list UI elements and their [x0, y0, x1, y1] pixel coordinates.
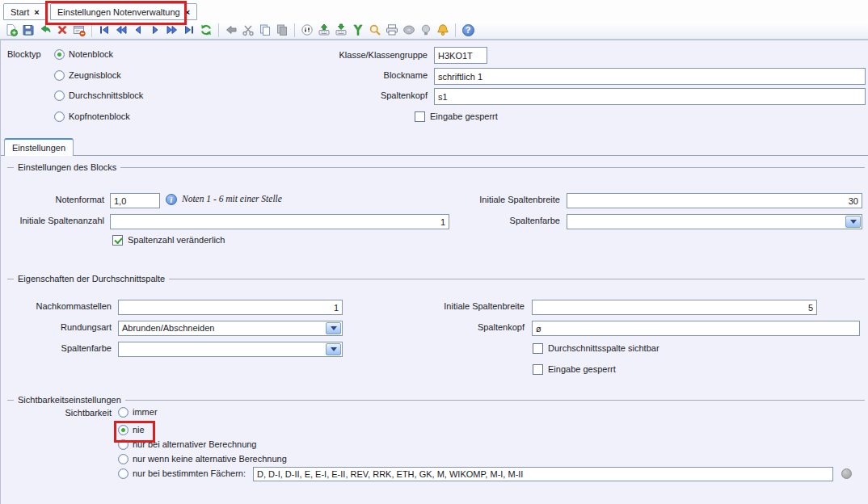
radio-immer[interactable] — [118, 407, 129, 418]
help-icon[interactable]: ? — [460, 22, 476, 38]
initiale-spaltenanzahl-label: Initiale Spaltenanzahl — [1, 216, 104, 225]
radio-kopfnotenblock[interactable] — [54, 111, 65, 122]
lightbulb-icon[interactable] — [418, 22, 434, 38]
nav-prev-icon[interactable] — [130, 22, 146, 38]
nachkommastellen-input[interactable] — [118, 300, 343, 315]
disc-icon[interactable] — [401, 22, 417, 38]
radio-nie-label[interactable]: nie — [133, 425, 145, 435]
radio-keine-alternative-berechnung[interactable] — [118, 454, 129, 464]
delete-icon[interactable] — [54, 22, 70, 38]
print-icon[interactable] — [384, 22, 400, 38]
blockname-input[interactable] — [434, 68, 866, 85]
radio-durchschnittsblock-label[interactable]: Durchschnittsblock — [69, 90, 143, 100]
initiale-spaltenbreite-label: Initiale Spaltenbreite — [437, 195, 560, 204]
radio-zeugnisblock[interactable] — [54, 70, 65, 81]
paste-icon[interactable] — [274, 22, 290, 38]
chevron-down-icon[interactable] — [326, 322, 341, 334]
radio-keine-alternative-berechnung-label[interactable]: nur wenn keine alternative Berechnung — [133, 454, 287, 464]
tab-settings[interactable]: Einstellungen — [4, 138, 74, 156]
new-record-icon[interactable] — [3, 22, 19, 38]
application-window: Start × Einstellungen Notenverwaltung × — [0, 0, 868, 504]
toolbar-separator — [455, 23, 456, 37]
nav-next-fast-icon[interactable] — [164, 22, 180, 38]
radio-durchschnittsblock[interactable] — [54, 90, 65, 101]
group-average-column-title: Eigenschaften der Durchschnittspalte — [18, 274, 165, 284]
nav-next-icon[interactable] — [147, 22, 163, 38]
durchschnittsspalte-sichtbar-checkbox[interactable] — [533, 343, 543, 354]
info-icon[interactable]: i — [166, 194, 177, 205]
arrow-back-icon[interactable] — [223, 22, 239, 38]
filter-icon[interactable] — [350, 22, 366, 38]
toolbar-separator — [91, 23, 92, 37]
radio-alternative-berechnung-label[interactable]: nur bei alternativer Berechnung — [133, 439, 256, 449]
spaltenkopf-input[interactable] — [434, 88, 866, 105]
initiale-spaltenanzahl-input[interactable] — [110, 214, 449, 229]
rundungsart-label: Rundungsart — [1, 322, 112, 332]
blockname-label: Blockname — [243, 70, 428, 80]
klasse-label: Klasse/Klassengruppe — [243, 50, 428, 60]
tab-einstellungen-notenverwaltung[interactable]: Einstellungen Notenverwaltung × — [50, 3, 197, 20]
search-icon[interactable] — [367, 22, 383, 38]
avg-spaltenkopf-input[interactable] — [532, 321, 860, 336]
refresh-icon[interactable] — [198, 22, 214, 38]
faecher-info-icon — [841, 468, 852, 479]
edit-form-icon[interactable] — [71, 22, 87, 38]
avg-eingabe-gesperrt-checkbox[interactable] — [533, 364, 543, 375]
durchschnittsspalte-sichtbar-label[interactable]: Durchschnittsspalte sichtbar — [548, 343, 659, 353]
notenformat-input[interactable] — [110, 193, 160, 208]
settings-tab-divider — [1, 155, 868, 156]
radio-bestimmte-faecher-label[interactable]: nur bei bestimmten Fächern: — [133, 468, 246, 478]
spaltenfarbe-combo[interactable] — [567, 214, 862, 229]
avg-spaltenfarbe-label: Spaltenfarbe — [1, 343, 112, 353]
radio-nie[interactable] — [118, 425, 129, 435]
chevron-down-icon[interactable] — [326, 343, 341, 355]
initiale-spaltenbreite-input[interactable] — [567, 193, 862, 208]
cut-icon[interactable] — [240, 22, 256, 38]
blocktyp-label: Blocktyp — [7, 49, 41, 59]
spaltenkopf-label: Spaltenkopf — [243, 90, 428, 100]
group-visibility: Sichtbarkeitseinstellungen — [7, 395, 865, 405]
keyboard-up-icon[interactable] — [316, 22, 332, 38]
klasse-input[interactable] — [434, 47, 487, 64]
nav-last-icon[interactable] — [181, 22, 197, 38]
copy-icon[interactable] — [257, 22, 273, 38]
group-block-settings: Einstellungen des Blocks — [7, 162, 865, 172]
radio-immer-label[interactable]: immer — [133, 407, 158, 417]
rundungsart-combo[interactable]: Abrunden/Abschneiden — [118, 321, 343, 336]
radio-kopfnotenblock-label[interactable]: Kopfnotenblock — [69, 111, 130, 121]
spaltenzahl-veraenderlich-label[interactable]: Spaltenzahl veränderlich — [128, 235, 225, 245]
keyboard-down-icon[interactable] — [333, 22, 349, 38]
sichtbarkeit-label: Sichtbarkeit — [1, 408, 112, 418]
avg-initiale-spaltenbreite-label: Initiale Spaltenbreite — [405, 301, 525, 311]
avg-spaltenfarbe-combo[interactable] — [118, 342, 343, 357]
eingabe-gesperrt-label[interactable]: Eingabe gesperrt — [430, 111, 498, 121]
notenformat-hint: Noten 1 - 6 mit einer Stelle — [182, 194, 282, 204]
tab-start-close-icon[interactable]: × — [34, 7, 39, 17]
group-block-settings-title: Einstellungen des Blocks — [18, 162, 116, 172]
chevron-down-icon[interactable] — [845, 216, 861, 228]
save-icon[interactable] — [20, 22, 36, 38]
tab-einstellungen-label: Einstellungen Notenverwaltung — [57, 7, 180, 17]
bell-icon[interactable] — [435, 22, 451, 38]
equalizer-icon[interactable] — [299, 22, 315, 38]
radio-zeugnisblock-label[interactable]: Zeugnisblock — [69, 70, 121, 80]
avg-eingabe-gesperrt-label[interactable]: Eingabe gesperrt — [548, 364, 616, 374]
tab-start-label: Start — [11, 7, 29, 17]
avg-spaltenkopf-label: Spaltenkopf — [405, 322, 525, 332]
nav-first-icon[interactable] — [96, 22, 112, 38]
nav-prev-fast-icon[interactable] — [113, 22, 129, 38]
tab-settings-label: Einstellungen — [12, 143, 65, 153]
faecher-input[interactable] — [253, 467, 833, 481]
radio-bestimmte-faecher[interactable] — [118, 468, 129, 479]
spaltenzahl-veraenderlich-checkbox[interactable] — [112, 235, 123, 246]
group-visibility-title: Sichtbarkeitseinstellungen — [18, 395, 121, 405]
radio-notenblock-label[interactable]: Notenblock — [69, 49, 113, 59]
eingabe-gesperrt-checkbox[interactable] — [415, 111, 425, 122]
tab-start[interactable]: Start × — [3, 3, 47, 20]
undo-icon[interactable] — [37, 22, 53, 38]
spaltenfarbe-label: Spaltenfarbe — [437, 216, 560, 225]
avg-initiale-spaltenbreite-input[interactable] — [532, 300, 817, 315]
radio-alternative-berechnung[interactable] — [118, 439, 129, 450]
tab-einstellungen-close-icon[interactable]: × — [185, 7, 190, 17]
radio-notenblock[interactable] — [54, 49, 65, 60]
